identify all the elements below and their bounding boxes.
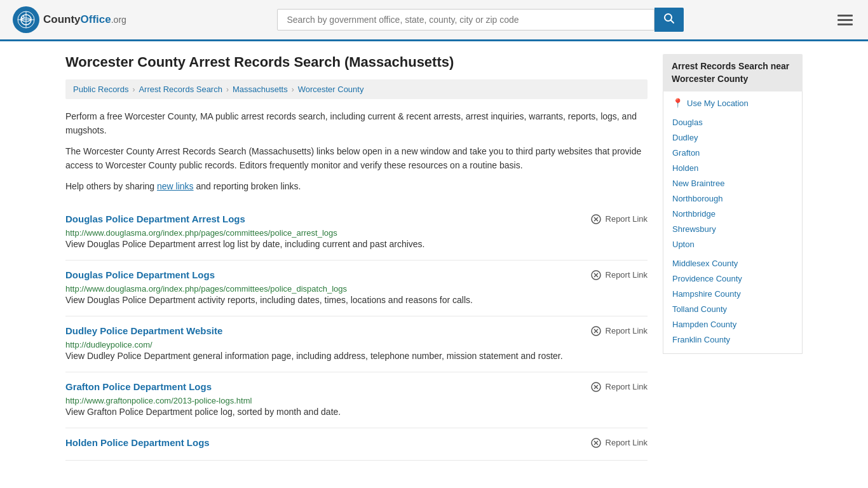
sidebar-city-link-4[interactable]: New Braintree bbox=[672, 179, 724, 188]
sidebar-county-item: Middlesex County bbox=[672, 255, 793, 271]
menu-bar-3 bbox=[837, 24, 853, 25]
result-item: Douglas Police Department Logs Report Li… bbox=[65, 261, 648, 316]
result-item: Holden Police Department Logs Report Lin… bbox=[65, 428, 648, 461]
sidebar-city-item: Northborough bbox=[672, 191, 793, 206]
search-icon bbox=[663, 13, 675, 24]
search-button[interactable] bbox=[654, 8, 684, 32]
sidebar-county-link-5[interactable]: Franklin County bbox=[672, 335, 730, 344]
result-header: Grafton Police Department Logs Report Li… bbox=[65, 381, 648, 393]
sidebar-county-item: Providence County bbox=[672, 271, 793, 286]
result-item: Grafton Police Department Logs Report Li… bbox=[65, 372, 648, 428]
report-icon-0 bbox=[590, 214, 602, 225]
result-header: Douglas Police Department Arrest Logs Re… bbox=[65, 214, 648, 225]
result-title-3[interactable]: Grafton Police Department Logs bbox=[65, 381, 212, 392]
use-location-label: Use My Location bbox=[687, 98, 749, 108]
menu-button[interactable] bbox=[835, 12, 855, 28]
logo-icon bbox=[13, 6, 39, 33]
main-wrapper: Worcester County Arrest Records Search (… bbox=[53, 41, 815, 473]
menu-bar-1 bbox=[837, 15, 853, 17]
sidebar: Arrest Records Search near Worcester Cou… bbox=[663, 54, 803, 461]
report-link-0[interactable]: Report Link bbox=[590, 214, 648, 225]
breadcrumb-arrest-records[interactable]: Arrest Records Search bbox=[139, 85, 222, 94]
result-url-1[interactable]: http://www.douglasma.org/index.php/pages… bbox=[65, 284, 347, 294]
report-label-4: Report Link bbox=[606, 438, 648, 447]
result-title-1[interactable]: Douglas Police Department Logs bbox=[65, 269, 215, 280]
logo-text: CountyOffice.org bbox=[43, 13, 126, 26]
location-icon: 📍 bbox=[672, 98, 683, 108]
report-label-1: Report Link bbox=[606, 270, 648, 280]
report-label-3: Report Link bbox=[606, 382, 648, 391]
content-area: Worcester County Arrest Records Search (… bbox=[65, 54, 648, 461]
sidebar-city-item: Douglas bbox=[672, 114, 793, 130]
result-title-4[interactable]: Holden Police Department Logs bbox=[65, 437, 210, 448]
sidebar-city-link-6[interactable]: Northbridge bbox=[672, 209, 715, 219]
page-title: Worcester County Arrest Records Search (… bbox=[65, 54, 648, 71]
result-desc-2: View Dudley Police Department general in… bbox=[65, 349, 648, 363]
search-area bbox=[277, 8, 684, 32]
results-container: Douglas Police Department Arrest Logs Re… bbox=[65, 205, 648, 461]
sidebar-city-item: Upton bbox=[672, 236, 793, 252]
report-label-0: Report Link bbox=[606, 214, 648, 224]
sidebar-counties-list: Middlesex CountyProvidence CountyHampshi… bbox=[672, 255, 793, 347]
sidebar-county-item: Hampden County bbox=[672, 316, 793, 332]
help-pre: Help others by sharing bbox=[65, 181, 157, 191]
sidebar-city-link-0[interactable]: Douglas bbox=[672, 118, 703, 127]
sidebar-content: 📍 Use My Location DouglasDudleyGraftonHo… bbox=[663, 92, 803, 354]
sidebar-city-item: New Braintree bbox=[672, 175, 793, 191]
report-link-1[interactable]: Report Link bbox=[590, 269, 648, 281]
result-desc-0: View Douglas Police Department arrest lo… bbox=[65, 238, 648, 251]
logo-area: CountyOffice.org bbox=[13, 6, 126, 33]
result-header: Dudley Police Department Website Report … bbox=[65, 325, 648, 337]
result-url-2[interactable]: http://dudleypolice.com/ bbox=[65, 340, 153, 349]
breadcrumb-public-records[interactable]: Public Records bbox=[73, 85, 128, 94]
report-icon-4 bbox=[590, 437, 602, 449]
sidebar-county-link-2[interactable]: Hampshire County bbox=[672, 289, 741, 299]
sidebar-city-link-1[interactable]: Dudley bbox=[672, 133, 698, 142]
sidebar-county-link-0[interactable]: Middlesex County bbox=[672, 259, 738, 268]
sidebar-county-link-3[interactable]: Tolland County bbox=[672, 304, 727, 314]
sidebar-county-item: Franklin County bbox=[672, 332, 793, 347]
result-item: Dudley Police Department Website Report … bbox=[65, 316, 648, 372]
sidebar-city-link-5[interactable]: Northborough bbox=[672, 194, 723, 203]
sidebar-city-link-8[interactable]: Upton bbox=[672, 240, 695, 249]
sidebar-county-link-1[interactable]: Providence County bbox=[672, 274, 742, 283]
sidebar-city-item: Holden bbox=[672, 160, 793, 175]
sidebar-county-item: Hampshire County bbox=[672, 286, 793, 301]
sidebar-city-link-2[interactable]: Grafton bbox=[672, 148, 700, 158]
sidebar-city-link-3[interactable]: Holden bbox=[672, 163, 698, 173]
intro-text-1: Perform a free Worcester County, MA publ… bbox=[65, 109, 648, 138]
menu-bar-2 bbox=[837, 19, 853, 21]
search-input[interactable] bbox=[277, 9, 654, 30]
breadcrumb: Public Records › Arrest Records Search ›… bbox=[65, 79, 648, 99]
report-link-4[interactable]: Report Link bbox=[590, 437, 648, 449]
help-post: and reporting broken links. bbox=[194, 181, 301, 191]
sidebar-city-item: Northbridge bbox=[672, 206, 793, 221]
breadcrumb-worcester[interactable]: Worcester County bbox=[298, 85, 364, 94]
report-link-2[interactable]: Report Link bbox=[590, 325, 648, 337]
sidebar-city-item: Dudley bbox=[672, 130, 793, 145]
sidebar-city-link-7[interactable]: Shrewsbury bbox=[672, 224, 716, 234]
report-icon-2 bbox=[590, 325, 602, 337]
intro-text-2: The Worcester County Arrest Records Sear… bbox=[65, 144, 648, 173]
help-text: Help others by sharing new links and rep… bbox=[65, 179, 648, 193]
svg-line-7 bbox=[671, 20, 674, 24]
result-header: Holden Police Department Logs Report Lin… bbox=[65, 437, 648, 449]
svg-point-5 bbox=[22, 17, 24, 18]
sidebar-county-item: Tolland County bbox=[672, 301, 793, 316]
report-link-3[interactable]: Report Link bbox=[590, 381, 648, 393]
sidebar-header: Arrest Records Search near Worcester Cou… bbox=[663, 54, 803, 92]
sidebar-city-item: Shrewsbury bbox=[672, 221, 793, 236]
sidebar-county-link-4[interactable]: Hampden County bbox=[672, 320, 736, 329]
report-label-2: Report Link bbox=[606, 326, 648, 336]
result-url-0[interactable]: http://www.douglasma.org/index.php/pages… bbox=[65, 228, 337, 238]
breadcrumb-sep-1: › bbox=[132, 85, 135, 94]
new-links[interactable]: new links bbox=[157, 181, 194, 191]
breadcrumb-massachusetts[interactable]: Massachusetts bbox=[233, 85, 288, 94]
result-title-0[interactable]: Douglas Police Department Arrest Logs bbox=[65, 214, 245, 224]
result-url-3[interactable]: http://www.graftonpolice.com/2013-police… bbox=[65, 396, 252, 405]
result-title-2[interactable]: Dudley Police Department Website bbox=[65, 325, 222, 336]
result-desc-3: View Grafton Police Department police lo… bbox=[65, 405, 648, 419]
use-location-link[interactable]: 📍 Use My Location bbox=[672, 98, 793, 108]
header: CountyOffice.org bbox=[0, 0, 868, 41]
breadcrumb-sep-3: › bbox=[292, 85, 294, 94]
